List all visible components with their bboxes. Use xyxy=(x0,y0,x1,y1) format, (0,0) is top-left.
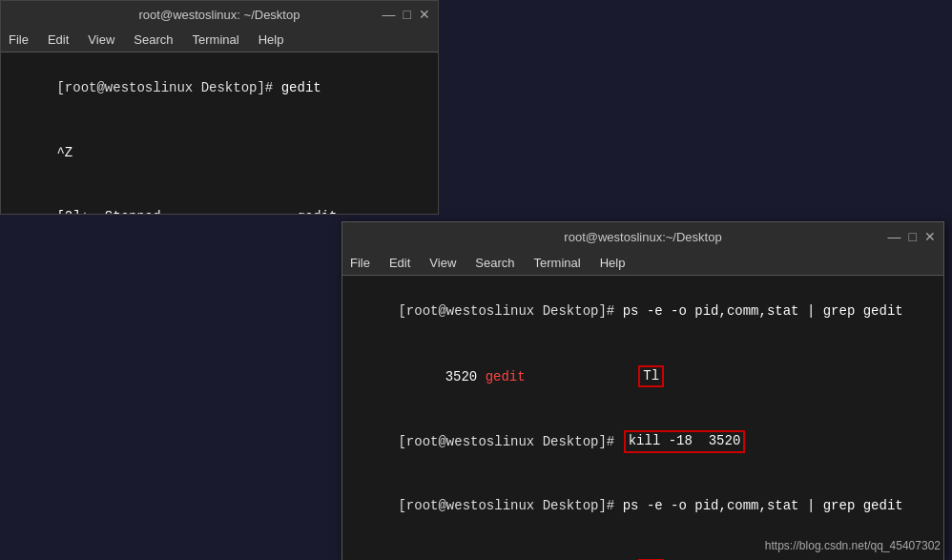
watermark: https://blog.csdn.net/qq_45407302 xyxy=(765,539,941,552)
top-line-1: [root@westoslinux Desktop]# gedit xyxy=(9,56,430,120)
minimize-icon[interactable]: — xyxy=(383,7,396,22)
bottom-terminal-content: [root@westoslinux Desktop]# ps -e -o pid… xyxy=(342,276,943,560)
menu-help[interactable]: Help xyxy=(255,31,288,49)
bottom-line-1: [root@westoslinux Desktop]# ps -e -o pid… xyxy=(350,280,936,343)
kill-cmd-box: kill -18 3520 xyxy=(624,430,746,453)
bottom-menu-help[interactable]: Help xyxy=(596,254,630,272)
terminal-top-window[interactable]: root@westoslinux: ~/Desktop — □ ✕ File E… xyxy=(0,0,439,215)
bottom-maximize-icon[interactable]: □ xyxy=(909,229,917,244)
bottom-minimize-icon[interactable]: — xyxy=(888,229,901,244)
bottom-line-4: [root@westoslinux Desktop]# ps -e -o pid… xyxy=(350,474,936,538)
bottom-title-bar: root@westoslinux:~/Desktop — □ ✕ xyxy=(342,222,943,251)
top-terminal-content: [root@westoslinux Desktop]# gedit ^Z [2]… xyxy=(1,52,438,214)
menu-search[interactable]: Search xyxy=(130,31,176,49)
bottom-menu-file[interactable]: File xyxy=(346,254,374,272)
bottom-menu-view[interactable]: View xyxy=(425,254,460,272)
top-window-controls[interactable]: — □ ✕ xyxy=(383,7,430,22)
top-line-2: ^Z xyxy=(9,120,430,184)
top-terminal-title: root@westoslinux: ~/Desktop xyxy=(139,8,300,22)
menu-terminal[interactable]: Terminal xyxy=(189,31,243,49)
menu-view[interactable]: View xyxy=(84,31,118,49)
bottom-line-3-kill: [root@westoslinux Desktop]# kill -18 352… xyxy=(350,409,936,474)
menu-file[interactable]: File xyxy=(5,31,32,49)
bottom-menu-edit[interactable]: Edit xyxy=(385,254,414,272)
maximize-icon[interactable]: □ xyxy=(404,7,411,22)
bottom-window-controls[interactable]: — □ ✕ xyxy=(888,229,936,244)
menu-edit[interactable]: Edit xyxy=(44,31,72,49)
close-icon[interactable]: ✕ xyxy=(419,7,430,22)
bottom-menu-bar: File Edit View Search Terminal Help xyxy=(342,251,943,276)
stat-tl-box: Tl xyxy=(638,365,664,388)
bottom-menu-terminal[interactable]: Terminal xyxy=(530,254,585,272)
top-line-3: [2]+ Stopped gedit xyxy=(9,184,430,214)
bottom-menu-search[interactable]: Search xyxy=(471,254,518,272)
top-title-bar: root@westoslinux: ~/Desktop — □ ✕ xyxy=(1,1,438,28)
top-menu-bar: File Edit View Search Terminal Help xyxy=(1,28,438,52)
bottom-close-icon[interactable]: ✕ xyxy=(924,229,936,244)
bottom-line-2-ps-result: 3520 gedit Tl xyxy=(350,343,936,408)
bottom-terminal-title: root@westoslinux:~/Desktop xyxy=(564,230,721,244)
terminal-bottom-window[interactable]: root@westoslinux:~/Desktop — □ ✕ File Ed… xyxy=(341,221,944,560)
